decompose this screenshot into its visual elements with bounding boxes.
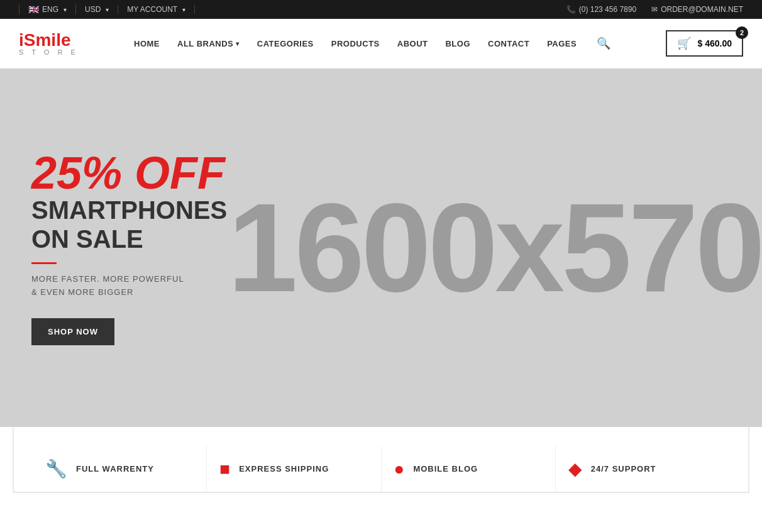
top-bar: 🇬🇧 ENG ▾ USD ▾ MY ACCOUNT ▾ 📞 (0) 123 45…: [0, 0, 762, 19]
feature-warranty: 🔧 FULL WARRENTY: [33, 446, 207, 492]
nav-home[interactable]: HOME: [134, 39, 160, 48]
hero-content: 25% OFF SMARTPHONES ON SALE MORE FASTER.…: [0, 113, 258, 383]
nav-about[interactable]: ABOUT: [397, 39, 428, 48]
nav-blog[interactable]: BLOG: [445, 39, 470, 48]
feature-support: ◆ 24/7 SUPPORT: [556, 446, 729, 492]
hero-banner: 25% OFF SMARTPHONES ON SALE MORE FASTER.…: [0, 69, 762, 427]
logo-tagline: S T O R E: [19, 49, 79, 56]
logo-rest: Smile: [24, 30, 71, 50]
blog-icon: ●: [394, 459, 405, 479]
email-link[interactable]: ✉ ORDER@DOMAIN.NET: [651, 5, 743, 14]
search-icon[interactable]: 🔍: [597, 36, 610, 50]
nav-products[interactable]: PRODUCTS: [331, 39, 380, 48]
currency-arrow: ▾: [106, 6, 109, 13]
email-address: ORDER@DOMAIN.NET: [661, 5, 743, 14]
phone-icon: 📞: [566, 5, 576, 14]
nav-all-brands-arrow: ▾: [236, 40, 240, 47]
account-arrow: ▾: [182, 6, 185, 13]
warranty-icon: 🔧: [45, 458, 67, 479]
account-label: MY ACCOUNT: [127, 5, 177, 14]
hero-watermark: 1600x570: [228, 175, 762, 320]
phone-number: (0) 123 456 7890: [579, 5, 636, 14]
logo-i: i: [19, 30, 24, 50]
shop-now-button[interactable]: SHOP NOW: [31, 318, 114, 345]
hero-divider: [31, 262, 57, 264]
email-icon: ✉: [651, 5, 658, 14]
hero-discount: 25% OFF: [31, 150, 227, 196]
logo-brand: iSmile: [19, 31, 79, 49]
shipping-icon: ■: [219, 459, 230, 479]
nav-all-brands[interactable]: ALL BRANDS ▾: [177, 39, 240, 48]
currency-selector[interactable]: USD ▾: [76, 5, 118, 14]
phone-link[interactable]: 📞 (0) 123 456 7890: [566, 5, 636, 14]
feature-shipping: ■ EXPRESS SHIPPING: [207, 446, 381, 492]
cart-count: 2: [736, 26, 748, 39]
account-menu[interactable]: MY ACCOUNT ▾: [118, 5, 195, 14]
cart-button[interactable]: 🛒 $ 460.00 2: [666, 30, 743, 57]
hero-title: SMARTPHONES ON SALE: [31, 196, 227, 253]
currency-label: USD: [85, 5, 101, 14]
header: iSmile S T O R E HOME ALL BRANDS ▾ CATEG…: [0, 19, 762, 69]
feature-blog: ● MOBILE BLOG: [382, 446, 556, 492]
hero-title-line1: SMARTPHONES: [31, 196, 227, 224]
shipping-label: EXPRESS SHIPPING: [239, 464, 329, 474]
main-nav: HOME ALL BRANDS ▾ CATEGORIES PRODUCTS AB…: [134, 36, 610, 50]
support-icon: ◆: [568, 458, 582, 479]
blog-label: MOBILE BLOG: [413, 464, 478, 474]
cart-icon: 🛒: [677, 36, 691, 50]
top-bar-left: 🇬🇧 ENG ▾ USD ▾ MY ACCOUNT ▾: [19, 4, 195, 14]
nav-contact[interactable]: CONTACT: [488, 39, 529, 48]
language-arrow: ▾: [64, 6, 67, 13]
nav-all-brands-label: ALL BRANDS: [177, 39, 233, 48]
features-bar: 🔧 FULL WARRENTY ■ EXPRESS SHIPPING ● MOB…: [13, 427, 749, 493]
nav-pages[interactable]: PAGES: [547, 39, 577, 48]
hero-subtitle: MORE FASTER. MORE POWERFUL& EVEN MORE BI…: [31, 273, 227, 299]
warranty-label: FULL WARRENTY: [76, 464, 154, 474]
support-label: 24/7 SUPPORT: [591, 464, 656, 474]
nav-categories[interactable]: CATEGORIES: [257, 39, 314, 48]
hero-title-line2: ON SALE: [31, 225, 143, 253]
language-selector[interactable]: 🇬🇧 ENG ▾: [19, 4, 76, 14]
logo[interactable]: iSmile S T O R E: [19, 31, 79, 56]
cart-price: $ 460.00: [697, 38, 732, 48]
flag-icon: 🇬🇧: [28, 4, 39, 14]
top-bar-right: 📞 (0) 123 456 7890 ✉ ORDER@DOMAIN.NET: [566, 5, 743, 14]
language-label: ENG: [42, 5, 58, 14]
